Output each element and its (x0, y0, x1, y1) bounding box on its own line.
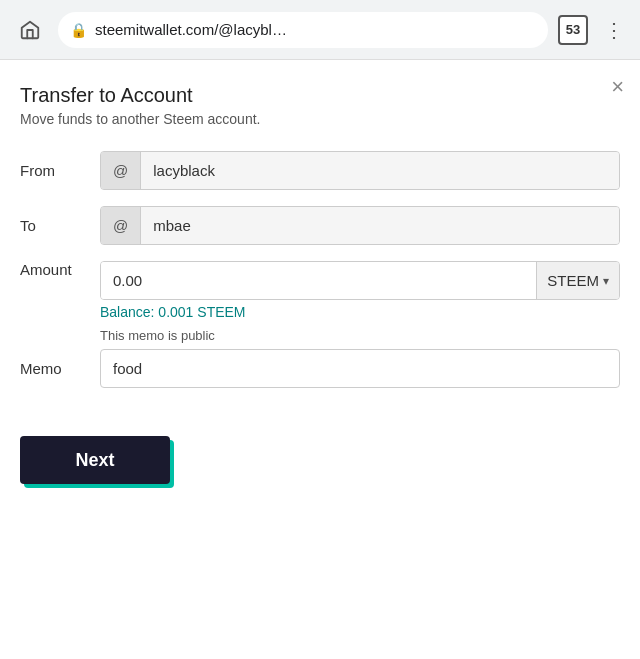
to-input[interactable] (141, 207, 619, 244)
from-at-prefix: @ (101, 152, 141, 189)
amount-row: Amount STEEM ▾ (20, 261, 620, 300)
to-label: To (20, 217, 100, 234)
from-label: From (20, 162, 100, 179)
browser-chrome: 🔒 steemitwallet.com/@lacybl… 53 ⋮ (0, 0, 640, 60)
page-content: × Transfer to Account Move funds to anot… (0, 60, 640, 659)
to-input-wrapper: @ (100, 206, 620, 245)
next-button[interactable]: Next (20, 436, 170, 484)
currency-selector[interactable]: STEEM ▾ (536, 262, 619, 299)
dialog-subtitle: Move funds to another Steem account. (20, 111, 620, 127)
lock-icon: 🔒 (70, 22, 87, 38)
to-at-prefix: @ (101, 207, 141, 244)
amount-label: Amount (20, 261, 100, 278)
from-row: From @ (20, 151, 620, 190)
memo-label: Memo (20, 360, 100, 377)
balance-text: Balance: 0.001 STEEM (100, 304, 620, 320)
dialog-title: Transfer to Account (20, 84, 620, 107)
memo-public-note: This memo is public (100, 328, 620, 343)
from-input-wrapper: @ (100, 151, 620, 190)
to-row: To @ (20, 206, 620, 245)
amount-input[interactable] (101, 262, 536, 299)
currency-label: STEEM (547, 272, 599, 289)
home-button[interactable] (12, 12, 48, 48)
close-button[interactable]: × (611, 76, 624, 98)
tab-count[interactable]: 53 (558, 15, 588, 45)
from-input[interactable] (141, 152, 619, 189)
amount-input-container: STEEM ▾ (100, 261, 620, 300)
more-options-icon[interactable]: ⋮ (598, 15, 628, 45)
next-button-container: Next (20, 436, 170, 484)
address-bar[interactable]: 🔒 steemitwallet.com/@lacybl… (58, 12, 548, 48)
currency-dropdown-arrow: ▾ (603, 274, 609, 288)
memo-row: Memo (20, 349, 620, 388)
memo-input[interactable] (100, 349, 620, 388)
url-text: steemitwallet.com/@lacybl… (95, 21, 536, 38)
